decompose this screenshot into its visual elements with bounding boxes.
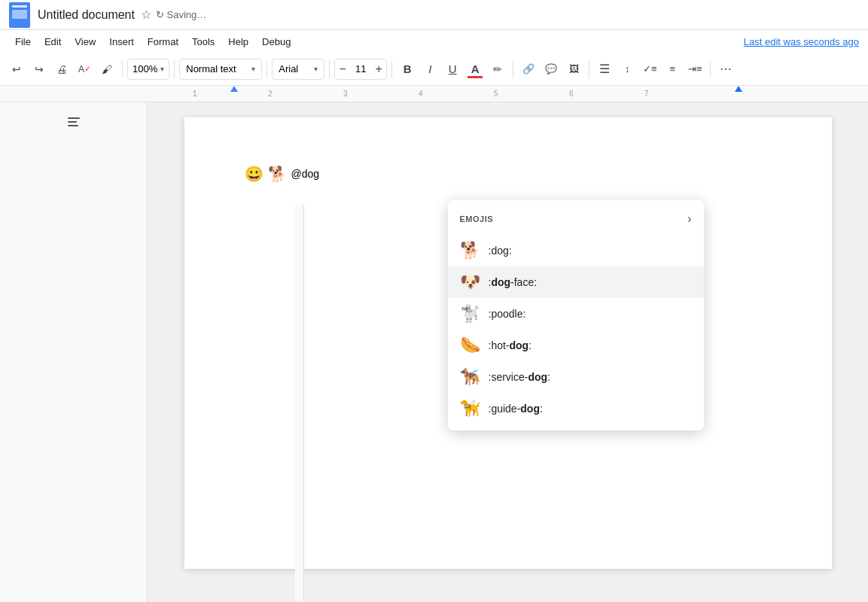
emoji-dog-face-label: :dog-face: bbox=[489, 276, 538, 288]
menu-file[interactable]: File bbox=[9, 34, 37, 50]
divider-4 bbox=[329, 60, 330, 78]
spell-check-button[interactable]: A✓ bbox=[74, 59, 95, 80]
emoji-item-poodle[interactable]: 🐩 :poodle: bbox=[448, 298, 704, 330]
font-size-plus[interactable]: + bbox=[371, 59, 386, 80]
emoji-smiley: 😀 bbox=[245, 163, 263, 185]
doc-line: 😀 🐕 @dog bbox=[245, 163, 772, 185]
divider-3 bbox=[266, 60, 267, 78]
ruler-mark-7: 7 bbox=[644, 90, 649, 98]
link-button[interactable]: 🔗 bbox=[518, 59, 539, 80]
line-spacing-button[interactable]: ↕ bbox=[617, 59, 638, 80]
text-color-label: A bbox=[471, 62, 480, 75]
emoji-hotdog-icon: 🌭 bbox=[460, 336, 481, 355]
print-button[interactable]: 🖨 bbox=[51, 59, 72, 80]
menu-tools[interactable]: Tools bbox=[186, 34, 221, 50]
menu-edit[interactable]: Edit bbox=[38, 34, 67, 50]
text-color-button[interactable]: A bbox=[464, 59, 486, 80]
menu-insert[interactable]: Insert bbox=[103, 34, 140, 50]
toolbar: ↩ ↪ 🖨 A✓ 🖌 100% ▾ Normal text ▾ Arial ▾ … bbox=[0, 53, 868, 86]
emoji-guidedog-label: :guide-dog: bbox=[489, 403, 543, 415]
emoji-dog: 🐕 bbox=[268, 163, 287, 185]
underline-button[interactable]: U bbox=[442, 59, 463, 80]
doc-icon bbox=[9, 2, 30, 28]
font-size-area: − + bbox=[334, 59, 387, 80]
list-button[interactable]: ≡ bbox=[662, 59, 683, 80]
style-select[interactable]: Normal text ▾ bbox=[179, 59, 262, 80]
sidebar-left bbox=[0, 102, 148, 602]
divider-7 bbox=[589, 60, 589, 78]
main-area: 😀 🐕 @dog EMOJIS › 🐕 :dog: 🐶 :dog-face: bbox=[0, 102, 868, 602]
emoji-item-hot-dog[interactable]: 🌭 :hot-dog: bbox=[448, 330, 704, 361]
redo-button[interactable]: ↪ bbox=[29, 59, 50, 80]
paint-format-button[interactable]: 🖌 bbox=[96, 59, 117, 80]
svg-rect-2 bbox=[68, 125, 78, 126]
divider-8 bbox=[710, 60, 711, 78]
menu-format[interactable]: Format bbox=[142, 34, 184, 50]
emoji-header-title: EMOJIS bbox=[460, 214, 494, 223]
italic-button[interactable]: I bbox=[419, 59, 440, 80]
doc-content[interactable]: 😀 🐕 @dog bbox=[245, 163, 772, 185]
emoji-item-dog-face[interactable]: 🐶 :dog-face: bbox=[448, 266, 704, 298]
ruler: 1 2 3 4 5 6 7 bbox=[0, 86, 868, 102]
font-value: Arial bbox=[279, 63, 298, 74]
menu-view[interactable]: View bbox=[69, 34, 102, 50]
font-chevron: ▾ bbox=[314, 65, 318, 73]
undo-button[interactable]: ↩ bbox=[6, 59, 27, 80]
font-size-input[interactable] bbox=[350, 63, 371, 74]
comment-button[interactable]: 💬 bbox=[541, 59, 562, 80]
page-area[interactable]: 😀 🐕 @dog EMOJIS › 🐕 :dog: 🐶 :dog-face: bbox=[148, 102, 868, 602]
emoji-dog-face-icon: 🐶 bbox=[460, 272, 481, 292]
menu-help[interactable]: Help bbox=[222, 34, 254, 50]
ruler-mark-2: 2 bbox=[268, 90, 273, 98]
doc-page[interactable]: 😀 🐕 @dog EMOJIS › 🐕 :dog: 🐶 :dog-face: bbox=[184, 117, 832, 569]
emoji-dropdown-header: EMOJIS › bbox=[448, 206, 704, 232]
ruler-mark-6: 6 bbox=[569, 90, 574, 98]
ruler-end-marker bbox=[735, 86, 742, 92]
emoji-dog-icon: 🐕 bbox=[460, 241, 481, 260]
style-value: Normal text bbox=[186, 63, 236, 74]
ruler-mark-5: 5 bbox=[494, 90, 498, 98]
vertical-ruler bbox=[295, 205, 304, 602]
checklist-button[interactable]: ✓≡ bbox=[639, 59, 660, 80]
zoom-select[interactable]: 100% ▾ bbox=[127, 59, 169, 80]
emoji-poodle-icon: 🐩 bbox=[460, 304, 481, 324]
last-edit-status[interactable]: Last edit was seconds ago bbox=[744, 36, 859, 47]
bold-button[interactable]: B bbox=[397, 59, 418, 80]
font-select[interactable]: Arial ▾ bbox=[272, 59, 324, 80]
divider-1 bbox=[122, 60, 123, 78]
menu-debug[interactable]: Debug bbox=[256, 34, 297, 50]
emoji-header-arrow[interactable]: › bbox=[687, 212, 691, 226]
ruler-mark-4: 4 bbox=[419, 90, 423, 98]
emoji-item-guide-dog[interactable]: 🦮 :guide-dog: bbox=[448, 393, 704, 424]
emoji-dog-label: :dog: bbox=[489, 245, 512, 257]
svg-rect-0 bbox=[68, 117, 80, 119]
outline-icon[interactable] bbox=[65, 114, 82, 135]
title-bar: Untitled document ☆ ↻ Saving… bbox=[0, 0, 868, 30]
emoji-item-service-dog[interactable]: 🐕‍🦺 :service-dog: bbox=[448, 361, 704, 393]
align-button[interactable]: ☰ bbox=[594, 59, 615, 80]
ruler-mark-1: 1 bbox=[193, 90, 197, 98]
style-chevron: ▾ bbox=[251, 65, 255, 73]
svg-rect-1 bbox=[68, 121, 77, 123]
saving-status: ↻ Saving… bbox=[156, 9, 206, 20]
divider-2 bbox=[174, 60, 175, 78]
doc-title: Untitled document bbox=[38, 8, 135, 22]
emoji-guidedog-icon: 🦮 bbox=[460, 399, 481, 418]
emoji-servicedog-icon: 🐕‍🦺 bbox=[460, 367, 481, 387]
divider-6 bbox=[513, 60, 513, 78]
ruler-mark-3: 3 bbox=[343, 90, 348, 98]
menu-bar: File Edit View Insert Format Tools Help … bbox=[0, 30, 868, 53]
text-color-underline bbox=[468, 76, 483, 78]
zoom-value: 100% bbox=[132, 63, 157, 74]
ruler-content: 1 2 3 4 5 6 7 bbox=[148, 86, 868, 102]
star-icon[interactable]: ☆ bbox=[141, 8, 151, 22]
indent-button[interactable]: ⇥≡ bbox=[684, 59, 705, 80]
font-size-minus[interactable]: − bbox=[335, 59, 350, 80]
emoji-item-dog[interactable]: 🐕 :dog: bbox=[448, 235, 704, 266]
image-button[interactable]: 🖼 bbox=[563, 59, 584, 80]
emoji-hotdog-label: :hot-dog: bbox=[489, 339, 532, 351]
emoji-dropdown: EMOJIS › 🐕 :dog: 🐶 :dog-face: 🐩 :poodle: bbox=[448, 200, 704, 430]
more-options-button[interactable]: ⋯ bbox=[715, 59, 736, 80]
highlight-button[interactable]: ✏ bbox=[487, 59, 508, 80]
emoji-servicedog-label: :service-dog: bbox=[489, 371, 550, 383]
